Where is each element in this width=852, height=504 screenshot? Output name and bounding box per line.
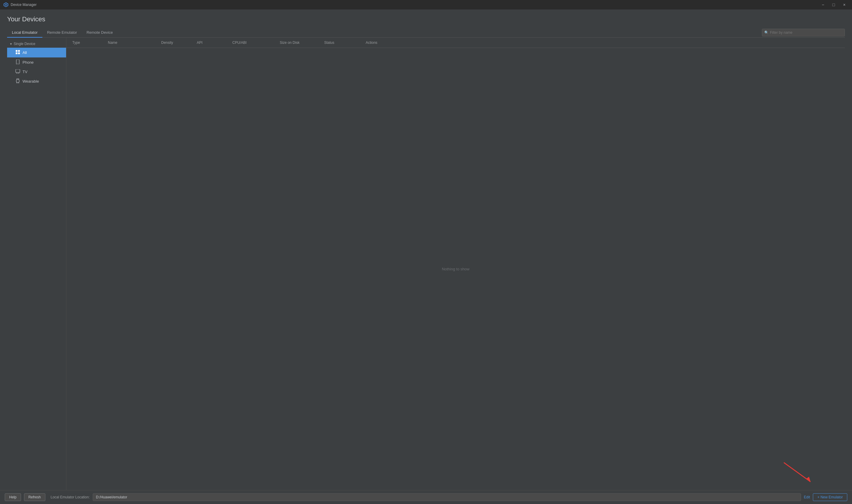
svg-rect-12 bbox=[16, 80, 19, 82]
svg-rect-4 bbox=[16, 52, 17, 54]
tab-remote-device[interactable]: Remote Device bbox=[82, 28, 118, 38]
maximize-button[interactable]: □ bbox=[830, 1, 838, 9]
tab-local-emulator[interactable]: Local Emulator bbox=[7, 28, 42, 38]
tab-remote-emulator[interactable]: Remote Emulator bbox=[42, 28, 82, 38]
help-button[interactable]: Help bbox=[5, 493, 21, 501]
sidebar-item-phone[interactable]: Phone bbox=[7, 57, 66, 67]
tv-icon bbox=[15, 69, 20, 74]
table-header: Type Name Density API CPU/ABI Size on Di… bbox=[66, 38, 845, 48]
filter-wrap: 🔍 bbox=[762, 29, 845, 36]
sidebar-section-single-device[interactable]: ▼ Single Device bbox=[7, 40, 66, 48]
sidebar-item-tv[interactable]: TV bbox=[7, 67, 66, 76]
bottom-bar: Help Refresh Local Emulator Location: Ed… bbox=[0, 490, 852, 504]
close-button[interactable]: × bbox=[840, 1, 849, 9]
col-density: Density bbox=[159, 38, 194, 48]
filter-input[interactable] bbox=[762, 29, 845, 36]
table-body: Nothing to show bbox=[66, 48, 845, 490]
chevron-down-icon: ▼ bbox=[10, 42, 13, 46]
sidebar-item-tv-label: TV bbox=[22, 70, 28, 74]
col-cpu-abi: CPU/ABI bbox=[230, 38, 277, 48]
titlebar-controls: − □ × bbox=[819, 1, 849, 9]
edit-link[interactable]: Edit bbox=[804, 495, 810, 499]
svg-rect-6 bbox=[16, 59, 19, 64]
sidebar-item-wearable[interactable]: Wearable bbox=[7, 76, 66, 86]
sidebar-item-all[interactable]: All bbox=[7, 48, 66, 57]
phone-icon bbox=[15, 59, 20, 65]
sidebar-item-phone-label: Phone bbox=[22, 60, 34, 65]
wearable-icon bbox=[15, 78, 20, 84]
table-area: Type Name Density API CPU/ABI Size on Di… bbox=[66, 38, 845, 490]
col-status: Status bbox=[322, 38, 363, 48]
minimize-button[interactable]: − bbox=[819, 1, 827, 9]
titlebar-title: Device Manager bbox=[11, 3, 819, 7]
titlebar: Device Manager − □ × bbox=[0, 0, 852, 10]
sidebar: ▼ Single Device All bbox=[7, 38, 66, 490]
col-api: API bbox=[194, 38, 230, 48]
sidebar-item-all-label: All bbox=[22, 50, 27, 55]
col-name: Name bbox=[105, 38, 159, 48]
sidebar-section-label: Single Device bbox=[14, 42, 35, 46]
svg-rect-2 bbox=[16, 50, 17, 52]
svg-rect-3 bbox=[18, 50, 20, 52]
page-title: Your Devices bbox=[7, 15, 845, 23]
app-icon bbox=[3, 2, 8, 7]
empty-message: Nothing to show bbox=[442, 267, 469, 271]
content-area: ▼ Single Device All bbox=[7, 38, 845, 490]
svg-rect-8 bbox=[16, 69, 20, 73]
search-icon: 🔍 bbox=[764, 31, 769, 35]
refresh-button[interactable]: Refresh bbox=[24, 493, 45, 501]
col-actions: Actions bbox=[363, 38, 841, 48]
svg-rect-5 bbox=[18, 52, 20, 54]
tabs: Local Emulator Remote Emulator Remote De… bbox=[7, 28, 118, 37]
location-label: Local Emulator Location: bbox=[51, 495, 90, 499]
svg-marker-1 bbox=[5, 3, 7, 6]
col-size-on-disk: Size on Disk bbox=[277, 38, 322, 48]
new-emulator-button[interactable]: + New Emulator bbox=[813, 493, 847, 501]
main-container: Your Devices Local Emulator Remote Emula… bbox=[0, 10, 852, 490]
location-input[interactable] bbox=[93, 493, 801, 501]
tabs-row: Local Emulator Remote Emulator Remote De… bbox=[7, 28, 845, 38]
col-type: Type bbox=[70, 38, 105, 48]
sidebar-item-wearable-label: Wearable bbox=[22, 79, 39, 84]
all-icon bbox=[15, 50, 20, 55]
